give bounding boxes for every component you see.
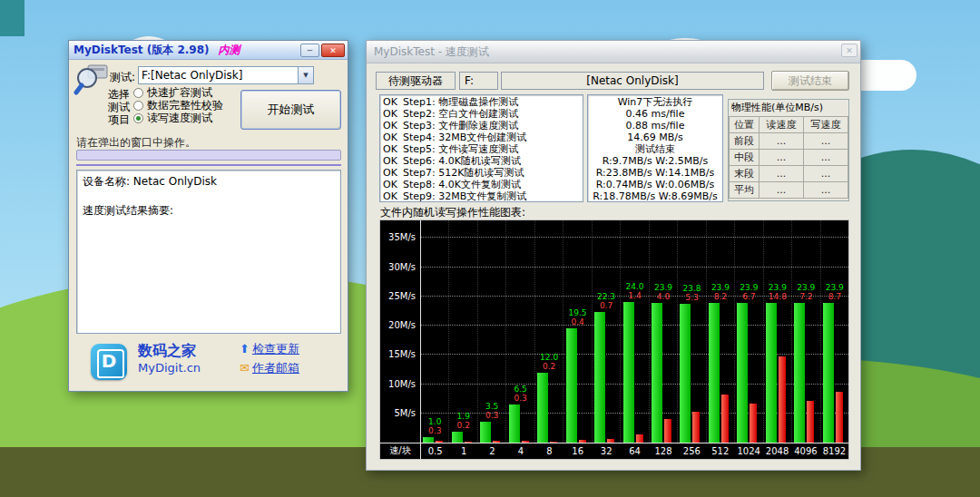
close-button[interactable]: ✕ — [321, 44, 345, 57]
step-row: OKStep4: 32MB文件创建测试 — [383, 132, 580, 143]
drive-letter-box[interactable]: F: — [459, 72, 498, 90]
summary-box: 设备名称: Netac OnlyDisk速度测试结果摘要: — [76, 170, 341, 334]
read-value-label: 1.0 — [428, 417, 441, 426]
y-tick-label: 30M/s — [388, 262, 416, 272]
step-name: Step8: 4.0K文件复制测试 — [403, 179, 521, 190]
bar-value-labels: 23.98.2 — [711, 283, 730, 301]
write-value-label: 1.4 — [625, 291, 643, 300]
read-bar — [680, 304, 691, 443]
write-value-label: 0.3 — [428, 426, 441, 435]
check-update-link[interactable]: ⬆检查更新 — [240, 341, 299, 357]
author-mail-link[interactable]: ✉作者邮箱 — [240, 360, 299, 376]
drive-select-value: F:[Netac OnlyDisk] — [139, 67, 298, 83]
perf-cell: 前段 — [730, 133, 760, 150]
mydigit-logo-icon[interactable]: D — [91, 344, 127, 380]
read-value-label: 23.9 — [797, 283, 815, 292]
bar-value-labels: 23.98.7 — [826, 283, 844, 301]
read-value-label: 23.9 — [711, 283, 730, 292]
step-status: OK — [383, 190, 403, 202]
perf-cell: ... — [804, 133, 848, 150]
chevron-down-icon[interactable]: ▼ — [298, 67, 313, 83]
write-value-label: 0.3 — [485, 411, 498, 420]
write-value-label: 0.4 — [569, 317, 587, 326]
bar-group: 23.98.2 — [706, 220, 734, 443]
summary-line: 速度测试结果摘要: — [83, 203, 335, 218]
write-value-label: 0.7 — [597, 301, 615, 310]
bar-group: 23.94.0 — [649, 220, 677, 443]
step-row: OKStep3: 文件删除速度测试 — [383, 120, 580, 132]
step-row: OKStep1: 物理磁盘操作测试 — [383, 96, 580, 108]
write-bar — [636, 434, 643, 443]
summary-line: 设备名称: Netac OnlyDisk — [83, 174, 335, 189]
bar-group: 12.00.2 — [534, 220, 563, 443]
drive-name-box: [Netac OnlyDisk] — [501, 72, 764, 90]
test-results-panel: Win7下无法执行0.46 ms/file0.88 ms/file14.69 M… — [587, 94, 723, 202]
result-line: 14.69 MB/s — [588, 132, 722, 143]
x-tick-label: 256 — [678, 446, 706, 456]
main-window: MyDiskTest (版本 2.98) 内测 ─ ✕ 测试: F:[Netac… — [68, 40, 348, 392]
finish-test-button[interactable]: 测试结束 — [771, 71, 849, 91]
brand-site[interactable]: MyDigit.cn — [138, 361, 201, 375]
perf-cell: 平均 — [730, 182, 760, 199]
step-name: Step4: 32MB文件创建测试 — [403, 132, 526, 143]
speed-chart: 35M/s30M/s25M/s20M/s15M/s10M/s5M/s 1.00.… — [379, 219, 849, 460]
bar-group: 23.98.7 — [820, 220, 848, 443]
x-tick-label: 32 — [592, 446, 620, 456]
step-status: OK — [383, 120, 403, 132]
write-bar — [779, 356, 786, 443]
author-mail-label: 作者邮箱 — [252, 361, 299, 375]
hint-text: 请在弹出的窗口中操作。 — [76, 135, 196, 151]
speed-window-titlebar[interactable]: MyDiskTest - 速度测试 ✕ — [367, 41, 860, 63]
y-tick-label: 10M/s — [388, 379, 416, 389]
read-value-label: 1.9 — [457, 412, 470, 421]
radio-icon[interactable] — [133, 101, 143, 111]
start-test-button[interactable]: 开始测试 — [240, 90, 341, 130]
step-row: OKStep8: 4.0K文件复制测试 — [383, 179, 580, 190]
step-status: OK — [383, 167, 403, 179]
read-value-label: 12.0 — [540, 353, 558, 362]
drive-select[interactable]: F:[Netac OnlyDisk] ▼ — [138, 66, 314, 84]
write-bar — [692, 412, 700, 443]
write-bar — [750, 404, 757, 443]
y-tick-label: 35M/s — [388, 232, 416, 242]
wallpaper-corner-shape — [0, 0, 24, 36]
bar-group: 24.01.4 — [620, 220, 648, 443]
update-arrow-icon: ⬆ — [240, 342, 250, 356]
test-label: 测试: — [110, 70, 135, 85]
bar-group: 23.97.2 — [791, 220, 819, 443]
read-bar — [766, 303, 777, 443]
x-tick-label: 8192 — [820, 446, 848, 456]
bar-value-labels: 12.00.2 — [540, 353, 558, 371]
disk-magnifier-icon — [74, 63, 110, 97]
result-line: Win7下无法执行 — [588, 96, 722, 108]
option-label: 读写速度测试 — [147, 111, 212, 126]
envelope-icon: ✉ — [240, 361, 250, 375]
x-axis-title: 速/块 — [380, 443, 421, 459]
minimize-button[interactable]: ─ — [300, 44, 319, 57]
read-bar — [623, 302, 634, 443]
bar-value-labels: 1.00.3 — [428, 417, 441, 435]
chart-x-axis: 速/块0.51248163264128256512102420484096819… — [380, 443, 848, 459]
summary-line — [83, 189, 335, 203]
physical-performance-table: 位置读速度写速度前段......中段......末段......平均...... — [729, 116, 848, 199]
write-value-label: 14.8 — [769, 292, 787, 301]
read-value-label: 3.5 — [485, 402, 498, 411]
radio-icon[interactable] — [133, 113, 143, 123]
step-status: OK — [383, 108, 403, 120]
main-window-titlebar[interactable]: MyDiskTest (版本 2.98) 内测 ─ ✕ — [69, 41, 348, 60]
close-button[interactable]: ✕ — [841, 44, 858, 57]
footer: D 数码之家 MyDigit.cn ⬆检查更新 ✉作者邮箱 — [69, 336, 348, 393]
read-value-label: 24.0 — [625, 282, 643, 291]
perf-cell: ... — [760, 150, 804, 166]
read-value-label: 22.3 — [597, 292, 615, 301]
perf-cell: ... — [760, 182, 804, 199]
read-value-label: 23.9 — [740, 283, 758, 292]
physical-performance-title: 物理性能(单位MB/s) — [729, 100, 848, 116]
bar-group: 3.50.3 — [477, 220, 505, 443]
radio-icon[interactable] — [133, 88, 143, 98]
write-value-label: 0.2 — [540, 362, 558, 371]
bar-group: 1.00.3 — [421, 220, 448, 443]
test-option[interactable]: 读写速度测试 — [133, 112, 223, 124]
perf-cell: ... — [804, 166, 848, 182]
x-tick-label: 2048 — [763, 446, 791, 456]
